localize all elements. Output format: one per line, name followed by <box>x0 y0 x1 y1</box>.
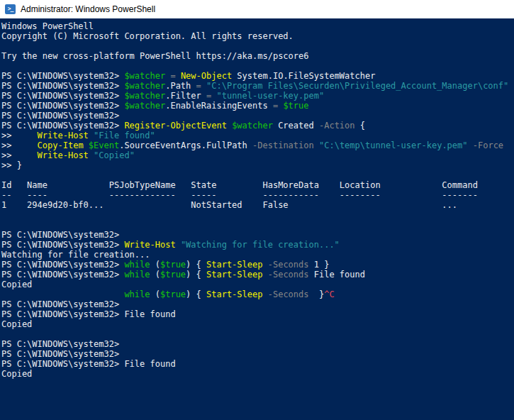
terminal-line: PS C:\WINDOWS\system32> $watcher.Filter … <box>1 91 514 101</box>
terminal-line: PS C:\WINDOWS\system32> <box>1 230 514 240</box>
terminal-line: PS C:\WINDOWS\system32> <box>1 111 514 121</box>
terminal-line: PS C:\WINDOWS\system32> $watcher = New-O… <box>1 71 514 81</box>
terminal-line <box>1 220 514 230</box>
terminal-line: PS C:\WINDOWS\system32> <box>1 339 514 349</box>
terminal-line: PS C:\WINDOWS\system32> $watcher.Path = … <box>1 81 514 91</box>
terminal-line <box>1 61 514 71</box>
terminal-line <box>1 41 514 51</box>
terminal-line: >> Copy-Item $Event.SourceEventArgs.Full… <box>1 140 514 150</box>
terminal-line <box>1 329 514 339</box>
terminal-line: while ($true) { Start-Sleep -Seconds }^C <box>1 289 514 299</box>
terminal-line: Copied <box>1 369 514 379</box>
terminal-line: -- ---- ------------- ----- ----------- … <box>1 190 514 200</box>
terminal-line: PS C:\WINDOWS\system32> while ($true) { … <box>1 270 514 280</box>
terminal-line <box>1 210 514 220</box>
terminal-line: Watching for file creation... <box>1 250 514 260</box>
powershell-icon: >_ <box>5 4 16 14</box>
terminal-line: PS C:\WINDOWS\system32> $watcher.EnableR… <box>1 101 514 111</box>
terminal-line: Copyright (C) Microsoft Corporation. All… <box>1 31 514 41</box>
terminal-line: 1 294e9d20-bf0... NotStarted False ... <box>1 200 514 210</box>
terminal-output[interactable]: Windows PowerShellCopyright (C) Microsof… <box>0 18 514 420</box>
terminal-line: PS C:\WINDOWS\system32> while ($true) { … <box>1 260 514 270</box>
terminal-line: >> Write-Host "Copied" <box>1 150 514 160</box>
terminal-line: PS C:\WINDOWS\system32> Register-ObjectE… <box>1 121 514 131</box>
terminal-line: PS C:\WINDOWS\system32> <box>1 299 514 309</box>
terminal-line: Copied <box>1 319 514 329</box>
terminal-line: PS C:\WINDOWS\system32> File found <box>1 359 514 369</box>
terminal-line <box>1 170 514 180</box>
window-title: Administrator: Windows PowerShell <box>21 4 155 14</box>
terminal-line: Copied <box>1 280 514 289</box>
terminal-line: Try the new cross-platform PowerShell ht… <box>1 51 514 61</box>
terminal-line: >> Write-Host "File found" <box>1 131 514 140</box>
terminal-line: >> } <box>1 160 514 170</box>
terminal-line: PS C:\WINDOWS\system32> Write-Host "Watc… <box>1 240 514 250</box>
terminal-line: PS C:\WINDOWS\system32> <box>1 349 514 359</box>
terminal-line: Id Name PSJobTypeName State HasMoreData … <box>1 180 514 190</box>
titlebar: >_ Administrator: Windows PowerShell <box>0 0 514 18</box>
terminal-line: Windows PowerShell <box>1 21 514 31</box>
powershell-window: >_ Administrator: Windows PowerShell Win… <box>0 0 514 420</box>
terminal-line: PS C:\WINDOWS\system32> File found <box>1 309 514 319</box>
